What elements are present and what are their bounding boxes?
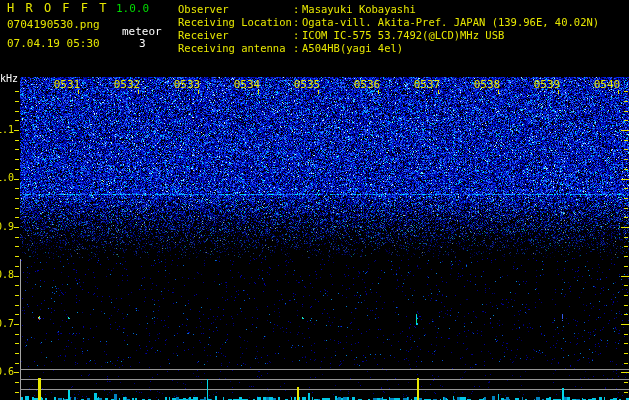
time-axis-label: 0533 [173, 79, 201, 91]
time-axis-label: 0534 [233, 79, 261, 91]
time-axis-label: 0532 [113, 79, 141, 91]
freq-axis-unit: kHz [0, 73, 18, 84]
info-value-observer: Masayuki Kobayashi [302, 4, 416, 16]
info-colon: : [293, 17, 299, 29]
freq-axis-label: 0.9 [0, 221, 14, 232]
info-value-receiver: ICOM IC-575 53.7492(@LCD)MHz USB [302, 30, 504, 42]
freq-axis-label: 1.0 [0, 172, 14, 183]
time-axis-label: 0531 [53, 79, 81, 91]
info-label-observer: Observer [178, 4, 229, 16]
freq-axis-label: 0.8 [0, 269, 14, 280]
info-colon: : [293, 30, 299, 42]
time-axis-label: 0536 [353, 79, 381, 91]
info-value-receiving-location: Ogata-vill. Akita-Pref. JAPAN (139.96E, … [302, 17, 599, 29]
time-axis-label: 0539 [533, 79, 561, 91]
hrofft-output-screen: { "title_bar": { "app_title": "H R O F F… [0, 0, 629, 400]
info-label-receiving-location: Receiving Location [178, 17, 292, 29]
time-axis-label: 0537 [413, 79, 441, 91]
spectrogram-canvas [0, 0, 629, 400]
freq-axis-label: 1.1 [0, 124, 14, 135]
info-colon: : [293, 4, 299, 16]
info-colon: : [293, 43, 299, 55]
time-axis-label: 0540 [593, 79, 621, 91]
time-axis-label: 0538 [473, 79, 501, 91]
app-title: H R O F F T [7, 2, 108, 15]
freq-axis-label: 0.6 [0, 366, 14, 377]
freq-axis-label: 0.7 [0, 318, 14, 329]
app-version: 1.0.0 [116, 3, 149, 15]
echo-count: 3 [139, 38, 146, 50]
info-label-receiver: Receiver [178, 30, 229, 42]
info-label-receiving-antenna: Receiving antenna [178, 43, 285, 55]
observation-datetime: 07.04.19 05:30 [7, 38, 100, 50]
output-filename: 0704190530.png [7, 19, 100, 31]
time-axis-label: 0535 [293, 79, 321, 91]
info-value-receiving-antenna: A504HB(yagi 4el) [302, 43, 403, 55]
